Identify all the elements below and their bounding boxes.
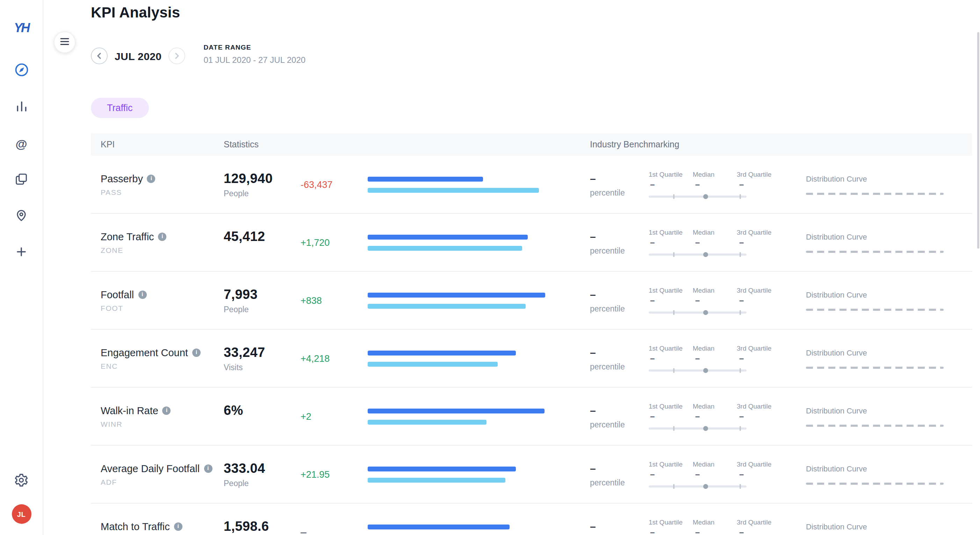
percentile-cell: – percentile xyxy=(590,404,649,429)
distribution-curve-label: Distribution Curve xyxy=(806,406,972,414)
sidebar-collapse-button[interactable] xyxy=(54,32,75,53)
q1-label: 1st Quartile xyxy=(649,402,682,410)
percentile-value: – xyxy=(590,346,649,358)
current-period-bar xyxy=(368,176,483,181)
table-row: Engagement Count i ENC 33,247 Visits +4,… xyxy=(91,330,972,387)
q1-label: 1st Quartile xyxy=(649,228,682,236)
q3-value: – xyxy=(739,527,744,535)
previous-month-button[interactable] xyxy=(91,48,108,64)
delta-cell: +2 xyxy=(301,410,368,422)
q1-label: 1st Quartile xyxy=(649,460,682,468)
table-body: Passerby i PASS 129,940 People -63,437 –… xyxy=(91,156,972,535)
info-icon[interactable]: i xyxy=(192,348,200,357)
statistic-unit xyxy=(224,247,301,256)
quartile-slider xyxy=(649,484,746,489)
user-avatar[interactable]: JL xyxy=(11,504,31,524)
slider-track xyxy=(649,311,746,314)
quartile-slider xyxy=(649,426,746,430)
median-label: Median xyxy=(693,170,714,178)
q1-value: – xyxy=(650,353,655,363)
sidebar-item-add[interactable] xyxy=(11,242,32,263)
slider-tick-q3 xyxy=(740,368,741,373)
sidebar-item-locations[interactable] xyxy=(11,206,32,227)
distribution-cell: Distribution Curve xyxy=(771,522,972,535)
q1-label: 1st Quartile xyxy=(649,286,682,294)
distribution-curve-label: Distribution Curve xyxy=(806,290,972,298)
main-content: KPI Analysis JUL 2020 DATE RANGE 01 JUL … xyxy=(43,0,980,535)
percentile-cell: – percentile xyxy=(590,346,649,370)
percentile-cell: – percentile xyxy=(590,230,649,255)
q1-value: – xyxy=(650,295,655,305)
kpi-code: ENC xyxy=(101,362,224,370)
kpi-code: ZONE xyxy=(101,246,224,254)
kpi-name: Match to Traffic xyxy=(101,521,170,532)
scrollbar[interactable] xyxy=(977,32,979,249)
settings-button[interactable] xyxy=(11,471,32,492)
median-value: – xyxy=(695,527,700,535)
info-icon[interactable]: i xyxy=(162,406,171,414)
q3-label: 3rd Quartile xyxy=(737,402,772,410)
statistic-unit: People xyxy=(224,479,301,488)
delta-value: – xyxy=(301,526,307,535)
kpi-table: KPI Statistics Industry Benchmarking Pas… xyxy=(91,133,972,535)
slider-tick-q1 xyxy=(673,252,675,257)
delta-value: +2 xyxy=(301,411,312,422)
q3-label: 3rd Quartile xyxy=(737,344,772,352)
q1-label: 1st Quartile xyxy=(649,170,682,178)
sidebar-item-mentions[interactable]: @ xyxy=(11,133,32,154)
app-logo[interactable]: YH xyxy=(14,21,29,36)
percentile-value: – xyxy=(590,288,649,300)
kpi-cell: Passerby i PASS xyxy=(101,173,224,196)
kpi-name: Average Daily Footfall xyxy=(101,463,200,474)
info-icon[interactable]: i xyxy=(174,522,183,530)
delta-cell: -63,437 xyxy=(301,178,368,191)
q1-value: – xyxy=(650,179,655,189)
percentile-value: – xyxy=(590,230,649,242)
quartile-cell: 1st Quartile Median 3rd Quartile – – – xyxy=(649,170,771,199)
q1-label: 1st Quartile xyxy=(649,344,682,352)
distribution-curve-label: Distribution Curve xyxy=(806,232,972,241)
sidebar-item-analytics[interactable] xyxy=(11,97,32,118)
delta-value: -63,437 xyxy=(301,179,333,190)
slider-track xyxy=(649,253,746,256)
previous-period-bar xyxy=(368,187,539,192)
chevron-right-icon xyxy=(173,51,180,61)
info-icon[interactable]: i xyxy=(158,232,167,241)
distribution-curve-placeholder xyxy=(806,424,943,426)
distribution-curve-label: Distribution Curve xyxy=(806,522,972,530)
slider-track xyxy=(649,369,746,371)
delta-cell: +1,720 xyxy=(301,236,368,249)
kpi-name: Engagement Count xyxy=(101,347,188,358)
slider-tick-q1 xyxy=(673,484,675,489)
delta-cell: – xyxy=(301,526,368,535)
previous-period-bar xyxy=(368,362,498,366)
next-month-button[interactable] xyxy=(169,48,185,64)
column-header-benchmarking: Industry Benchmarking xyxy=(590,140,972,149)
delta-cell: +4,218 xyxy=(301,352,368,365)
kpi-code: FOOT xyxy=(101,303,224,312)
median-label: Median xyxy=(693,402,714,410)
traffic-filter-pill[interactable]: Traffic xyxy=(91,98,149,118)
sidebar-nav: @ xyxy=(11,61,32,263)
date-range-value: 01 JUL 2020 - 27 JUL 2020 xyxy=(204,55,305,65)
kpi-cell: Zone Traffic i ZONE xyxy=(101,231,224,254)
slider-tick-q3 xyxy=(740,310,741,314)
kpi-code: PASS xyxy=(101,187,224,196)
delta-value: +4,218 xyxy=(301,353,329,364)
median-value: – xyxy=(695,237,700,247)
previous-period-bar xyxy=(368,419,487,424)
info-icon[interactable]: i xyxy=(138,290,146,298)
kpi-bar-chart xyxy=(368,292,590,308)
info-icon[interactable]: i xyxy=(204,464,212,473)
distribution-curve-placeholder xyxy=(806,250,943,252)
distribution-cell: Distribution Curve xyxy=(771,348,972,368)
median-value: – xyxy=(695,411,700,421)
sidebar-item-dashboard[interactable] xyxy=(11,61,32,82)
slider-tick-q3 xyxy=(740,426,741,430)
delta-value: +1,720 xyxy=(301,238,329,248)
kpi-name: Zone Traffic xyxy=(101,231,154,242)
sidebar-item-compare[interactable] xyxy=(11,170,32,191)
info-icon[interactable]: i xyxy=(147,174,156,183)
slider-tick-q3 xyxy=(740,194,741,199)
median-label: Median xyxy=(693,460,714,468)
